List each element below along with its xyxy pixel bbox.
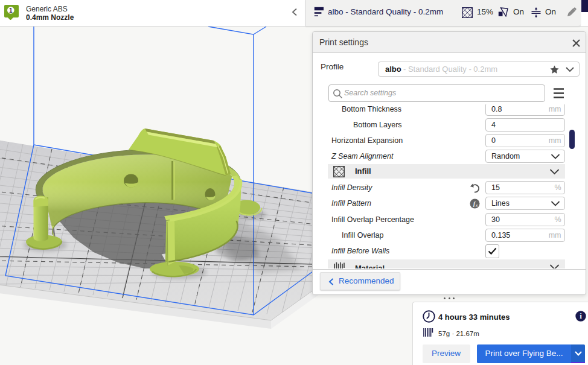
svg-text:1: 1 (9, 7, 13, 14)
svg-text:i: i (580, 311, 582, 320)
